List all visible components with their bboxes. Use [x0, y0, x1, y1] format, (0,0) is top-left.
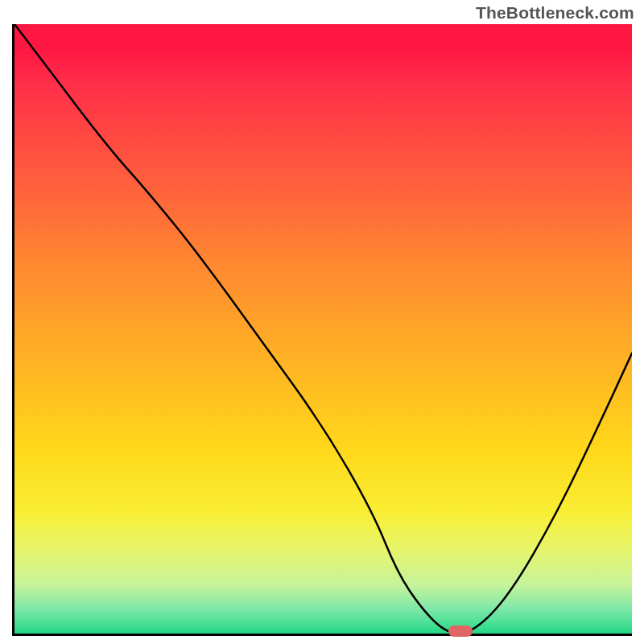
watermark-label: TheBottleneck.com	[476, 3, 634, 23]
chart-container: TheBottleneck.com	[0, 0, 644, 644]
bottleneck-curve	[14, 24, 632, 634]
plot-area	[12, 24, 632, 636]
optimal-marker	[448, 625, 473, 637]
bottleneck-curve-path	[14, 24, 632, 634]
